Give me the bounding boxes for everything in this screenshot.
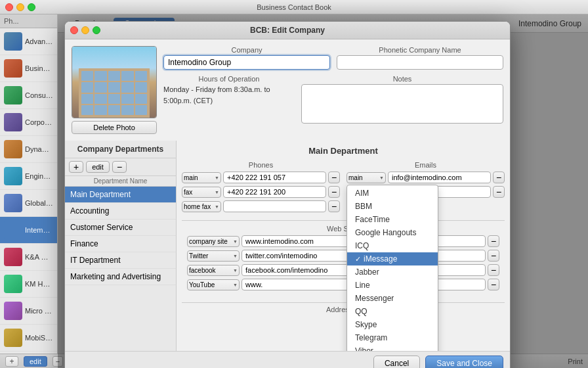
dropdown-item[interactable]: Line: [347, 279, 438, 292]
email-type-select[interactable]: main: [346, 172, 386, 183]
phone-type-select[interactable]: main: [182, 172, 221, 183]
dropdown-item[interactable]: QQ: [347, 305, 438, 318]
dropdown-item[interactable]: ICQ: [347, 239, 438, 252]
dropdown-item[interactable]: AIM: [347, 187, 438, 200]
close-button[interactable]: [5, 3, 13, 11]
sidebar-item-label: Business...: [25, 64, 53, 72]
dept-item[interactable]: Customer Service: [65, 219, 176, 236]
dropdown-item[interactable]: iMessage: [347, 252, 438, 265]
dropdown-item[interactable]: BBM: [347, 200, 438, 213]
remove-dept-button[interactable]: −: [112, 161, 127, 173]
sidebar-item[interactable]: KM Healt...: [0, 271, 57, 298]
sidebar-item[interactable]: MobiSys...: [0, 325, 57, 352]
modal-close-button[interactable]: [70, 26, 78, 34]
website-type-select[interactable]: company site: [187, 236, 240, 247]
sidebar-avatar: [4, 32, 22, 51]
sidebar-item[interactable]: Business...: [0, 55, 57, 82]
dropdown-item[interactable]: Google Hangouts: [347, 226, 438, 239]
remove-phone-button[interactable]: −: [328, 172, 340, 183]
modal-traffic-lights[interactable]: [70, 26, 100, 34]
cancel-button[interactable]: Cancel: [373, 356, 420, 368]
website-row: company site −: [187, 235, 499, 247]
dropdown-items: AIMBBMFaceTimeGoogle HangoutsICQiMessage…: [347, 187, 438, 351]
sidebar-item[interactable]: Dynamic...: [0, 136, 57, 163]
sidebar-item[interactable]: Corporat...: [0, 109, 57, 136]
dept-item[interactable]: IT Department: [65, 252, 176, 269]
modal-minimize-button[interactable]: [81, 26, 89, 34]
remove-email-button[interactable]: −: [493, 186, 505, 198]
sidebar-avatar: [4, 275, 22, 293]
building-window: [81, 71, 93, 81]
website-type-select[interactable]: facebook: [187, 265, 240, 276]
addresses-section: Addresses: [182, 302, 505, 321]
dept-item[interactable]: Accounting: [65, 203, 176, 219]
website-type-wrapper: company site: [187, 236, 240, 247]
save-close-button[interactable]: Save and Close: [425, 356, 503, 368]
email-type-wrapper: main: [346, 172, 386, 183]
phone-value-input[interactable]: [223, 186, 326, 198]
phone-value-input[interactable]: [223, 172, 326, 183]
add-record-button[interactable]: +: [5, 356, 18, 367]
sidebar-item[interactable]: Micro Te...: [0, 298, 57, 325]
sidebar-item[interactable]: Consultin...: [0, 82, 57, 109]
remove-website-button[interactable]: −: [488, 235, 499, 247]
remove-website-button[interactable]: −: [488, 279, 499, 290]
website-type-select[interactable]: Twitter: [187, 250, 240, 262]
modal-maximize-button[interactable]: [93, 26, 100, 34]
dropdown-item[interactable]: Telegram: [347, 331, 438, 344]
sidebar-item[interactable]: Intemodino: [0, 217, 57, 244]
dept-item[interactable]: Finance: [65, 236, 176, 252]
remove-website-button[interactable]: −: [488, 250, 499, 262]
website-row: facebook −: [187, 264, 499, 276]
dropdown-item[interactable]: Viber: [347, 344, 438, 351]
phone-type-select[interactable]: fax: [182, 187, 221, 198]
edit-dept-button[interactable]: edit: [86, 161, 110, 173]
maximize-button[interactable]: [28, 3, 35, 11]
sidebar-item-label: Engineer...: [25, 172, 53, 180]
email-value-input[interactable]: [388, 172, 491, 183]
dropdown-item[interactable]: Jabber: [347, 265, 438, 279]
company-group: Company: [163, 46, 330, 70]
sidebar-item-label: Advance...: [25, 37, 53, 45]
dept-list-panel: Company Departments + edit − Department …: [65, 141, 177, 351]
building-window: [135, 94, 147, 104]
remove-email-button[interactable]: −: [493, 172, 505, 183]
sidebar-item[interactable]: K&A Des...: [0, 244, 57, 271]
remove-website-button[interactable]: −: [488, 264, 499, 276]
sidebar-item[interactable]: Global So...: [0, 190, 57, 217]
notes-group: Notes: [301, 75, 503, 124]
notes-input[interactable]: [301, 84, 503, 124]
company-label: Company: [163, 46, 330, 54]
hours-label: Hours of Operation: [163, 75, 295, 83]
traffic-lights[interactable]: [5, 3, 35, 11]
notes-label: Notes: [301, 75, 503, 83]
minimize-button[interactable]: [16, 3, 24, 11]
phone-value-input[interactable]: [223, 200, 326, 212]
sidebar-item[interactable]: Advance...: [0, 28, 57, 55]
email-type-dropdown[interactable]: AIMBBMFaceTimeGoogle HangoutsICQiMessage…: [346, 185, 438, 351]
building-facade: [79, 68, 150, 118]
sidebar-item[interactable]: Engineer...: [0, 163, 57, 190]
edit-record-button[interactable]: edit: [24, 356, 47, 367]
dropdown-item[interactable]: Messenger: [347, 292, 438, 305]
phone-type-select[interactable]: home fax: [182, 201, 221, 212]
company-input[interactable]: [163, 55, 330, 70]
sidebar-avatar: [4, 221, 22, 239]
dept-item[interactable]: Marketing and Advertising: [65, 269, 176, 285]
delete-photo-button[interactable]: Delete Photo: [72, 121, 157, 134]
sidebar-item-label: Intemodino: [25, 226, 53, 234]
remove-phone-button[interactable]: −: [328, 186, 340, 198]
remove-phone-button[interactable]: −: [328, 200, 340, 212]
phonetic-label: Phonetic Company Name: [337, 46, 503, 54]
addresses-label: Addresses: [187, 303, 499, 316]
sidebar-avatar: [4, 302, 22, 320]
dropdown-item[interactable]: Skype: [347, 318, 438, 331]
dropdown-item[interactable]: FaceTime: [347, 213, 438, 226]
add-dept-button[interactable]: +: [69, 161, 83, 173]
website-type-select[interactable]: YouTube: [187, 279, 240, 290]
sidebar-avatar: [4, 329, 22, 347]
phonetic-input[interactable]: [337, 55, 503, 70]
dept-name-col-label: Department Name: [65, 176, 176, 187]
phone-rows: main − fax − home fax −: [182, 172, 340, 212]
dept-item[interactable]: Main Department: [65, 187, 176, 203]
